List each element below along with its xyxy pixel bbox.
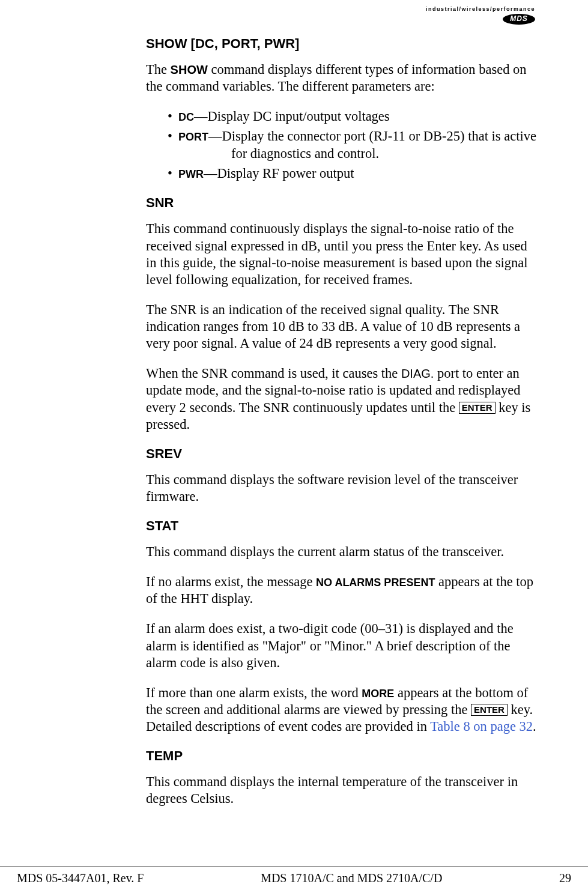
param-desc: —Display DC input/output voltages: [194, 109, 390, 124]
heading-show: SHOW [DC, PORT, PWR]: [146, 36, 536, 52]
brand-tagline: industrial/wireless/performance: [426, 6, 535, 12]
text: The: [146, 62, 171, 77]
param-port: • PORT—Display the connector port (RJ-11…: [170, 128, 536, 163]
cmd-show: SHOW: [171, 63, 208, 76]
show-param-list: • DC—Display DC input/output voltages • …: [146, 108, 536, 182]
temp-p1: This command displays the internal tempe…: [146, 773, 536, 807]
heading-stat: STAT: [146, 518, 536, 534]
param-name: PORT: [178, 131, 208, 143]
param-name: PWR: [178, 168, 204, 180]
more-label: MORE: [362, 688, 394, 700]
footer-center: MDS 1710A/C and MDS 2710A/C/D: [261, 871, 442, 885]
param-desc: —Display RF power output: [204, 166, 354, 181]
param-desc: —Display the connector port (RJ-11 or DB…: [208, 129, 536, 144]
content-column: SHOW [DC, PORT, PWR] The SHOW command di…: [146, 36, 536, 807]
stat-p2: If no alarms exist, the message NO ALARM…: [146, 574, 536, 607]
stat-p1: This command displays the current alarm …: [146, 543, 536, 560]
param-name: DC: [178, 111, 194, 123]
table-link[interactable]: Table 8 on page 32: [430, 719, 533, 734]
text: If no alarms exist, the message: [146, 574, 316, 589]
brand-logo: industrial/wireless/performance MDS: [426, 6, 535, 25]
diag-label: DIAG.: [401, 367, 434, 380]
no-alarms-label: NO ALARMS PRESENT: [316, 577, 435, 589]
footer-left: MDS 05-3447A01, Rev. F: [17, 871, 144, 885]
snr-p2: The SNR is an indication of the received…: [146, 301, 536, 352]
srev-p1: This command displays the software revis…: [146, 471, 536, 505]
text: If more than one alarm exists, the word: [146, 685, 362, 700]
brand-oval: MDS: [503, 14, 535, 25]
snr-p1: This command continuously displays the s…: [146, 220, 536, 288]
text: .: [533, 719, 536, 734]
param-dc: • DC—Display DC input/output voltages: [170, 108, 536, 126]
stat-p3: If an alarm does exist, a two-digit code…: [146, 620, 536, 671]
bullet-icon: •: [168, 128, 172, 145]
snr-p3: When the SNR command is used, it causes …: [146, 365, 536, 433]
enter-keycap: ENTER: [471, 704, 508, 716]
heading-snr: SNR: [146, 195, 536, 211]
param-pwr: • PWR—Display RF power output: [170, 165, 536, 183]
page-footer: MDS 05-3447A01, Rev. F MDS 1710A/C and M…: [0, 867, 588, 885]
stat-p4: If more than one alarm exists, the word …: [146, 685, 536, 735]
heading-temp: TEMP: [146, 748, 536, 764]
enter-keycap: ENTER: [459, 402, 496, 414]
bullet-icon: •: [168, 108, 172, 126]
bullet-icon: •: [168, 165, 172, 183]
text: When the SNR command is used, it causes …: [146, 366, 401, 381]
param-desc-cont: for diagnostics and control.: [178, 145, 536, 163]
show-intro: The SHOW command displays different type…: [146, 61, 536, 95]
page: industrial/wireless/performance MDS SHOW…: [0, 0, 588, 896]
footer-right: 29: [559, 871, 571, 885]
heading-srev: SREV: [146, 446, 536, 462]
